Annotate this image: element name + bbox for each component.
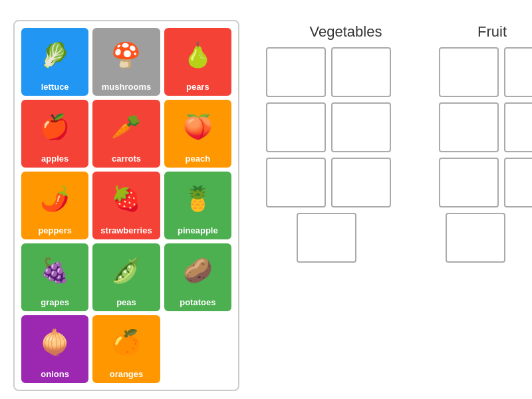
fruit-drop-cell[interactable] bbox=[504, 102, 532, 152]
item-icon-potatoes: 🥔 bbox=[166, 245, 229, 295]
item-label-carrots: carrots bbox=[94, 152, 158, 166]
fruit-drop-cell[interactable] bbox=[504, 47, 532, 97]
item-card-strawberries[interactable]: 🍓strawberries bbox=[92, 172, 160, 239]
item-label-apples: apples bbox=[23, 152, 86, 166]
veg-drop-cell[interactable] bbox=[266, 47, 326, 97]
item-label-lettuce: lettuce bbox=[23, 80, 86, 94]
veg-drop-cell[interactable] bbox=[266, 158, 326, 207]
item-icon-carrots: 🥕 bbox=[94, 102, 158, 152]
item-icon-pears: 🍐 bbox=[166, 30, 229, 80]
drop-row-last bbox=[266, 213, 532, 263]
fruit-header: Fruit bbox=[426, 23, 532, 41]
item-card-peach[interactable]: 🍑peach bbox=[164, 100, 231, 168]
item-label-pears: pears bbox=[166, 80, 229, 94]
item-card-lettuce[interactable]: 🥬lettuce bbox=[21, 28, 88, 96]
item-icon-grapes: 🍇 bbox=[23, 245, 86, 295]
item-label-peach: peach bbox=[166, 152, 229, 166]
item-label-strawberries: strawberries bbox=[94, 223, 158, 237]
item-icon-oranges: 🍊 bbox=[94, 317, 158, 367]
categories-header: Vegetables Fruit bbox=[266, 23, 532, 41]
item-icon-onions: 🧅 bbox=[23, 317, 86, 367]
item-card-peppers[interactable]: 🌶️peppers bbox=[21, 172, 88, 239]
item-card-pineapple[interactable]: 🍍pineapple bbox=[164, 172, 231, 239]
item-card-onions[interactable]: 🧅onions bbox=[21, 315, 88, 383]
item-label-pineapple: pineapple bbox=[166, 223, 229, 237]
item-icon-lettuce: 🥬 bbox=[23, 30, 86, 80]
item-card-carrots[interactable]: 🥕carrots bbox=[92, 100, 160, 168]
item-card-pears[interactable]: 🍐pears bbox=[164, 28, 231, 96]
veg-drop-cell[interactable] bbox=[266, 102, 326, 152]
item-label-grapes: grapes bbox=[23, 295, 86, 309]
fruit-drop-cell[interactable] bbox=[504, 158, 532, 207]
item-icon-peach: 🍑 bbox=[166, 102, 229, 152]
veg-drop-cell[interactable] bbox=[331, 47, 391, 97]
item-label-potatoes: potatoes bbox=[166, 295, 229, 309]
item-icon-pineapple: 🍍 bbox=[166, 174, 229, 223]
item-card-peas[interactable]: 🫛peas bbox=[92, 243, 160, 311]
vegetables-header: Vegetables bbox=[266, 23, 426, 41]
fruit-drop-cell[interactable] bbox=[446, 213, 505, 263]
drop-row bbox=[266, 47, 532, 97]
fruit-drop-cell[interactable] bbox=[439, 102, 499, 152]
item-icon-peas: 🫛 bbox=[94, 245, 158, 295]
item-card-oranges[interactable]: 🍊oranges bbox=[92, 315, 160, 383]
drop-row bbox=[266, 158, 532, 207]
item-card-apples[interactable]: 🍎apples bbox=[21, 100, 88, 168]
item-label-peppers: peppers bbox=[23, 223, 86, 237]
veg-drop-cell[interactable] bbox=[331, 102, 391, 152]
item-label-onions: onions bbox=[23, 367, 86, 381]
item-icon-mushrooms: 🍄 bbox=[94, 30, 158, 80]
item-label-peas: peas bbox=[94, 295, 158, 309]
veg-drop-cell[interactable] bbox=[297, 213, 356, 263]
item-label-mushrooms: mushrooms bbox=[94, 80, 158, 94]
item-card-potatoes[interactable]: 🥔potatoes bbox=[164, 243, 231, 311]
item-icon-apples: 🍎 bbox=[23, 102, 86, 152]
item-icon-peppers: 🌶️ bbox=[23, 174, 86, 223]
drop-row bbox=[266, 102, 532, 152]
drop-grid bbox=[266, 47, 532, 263]
item-card-mushrooms[interactable]: 🍄mushrooms bbox=[92, 28, 160, 96]
item-card-grapes[interactable]: 🍇grapes bbox=[21, 243, 88, 311]
item-icon-strawberries: 🍓 bbox=[94, 174, 158, 223]
fruit-drop-cell[interactable] bbox=[439, 158, 499, 207]
item-label-oranges: oranges bbox=[94, 367, 158, 381]
veg-drop-cell[interactable] bbox=[331, 158, 391, 207]
right-panel: Vegetables Fruit bbox=[239, 20, 532, 263]
items-panel: 🥬lettuce🍄mushrooms🍐pears🍎apples🥕carrots🍑… bbox=[13, 20, 239, 391]
fruit-drop-cell[interactable] bbox=[439, 47, 499, 97]
